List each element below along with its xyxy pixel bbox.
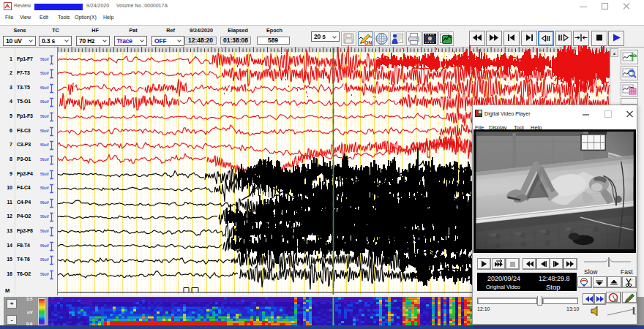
svg-text:Slow: Slow xyxy=(584,268,598,276)
svg-text:Fast: Fast xyxy=(621,268,633,276)
